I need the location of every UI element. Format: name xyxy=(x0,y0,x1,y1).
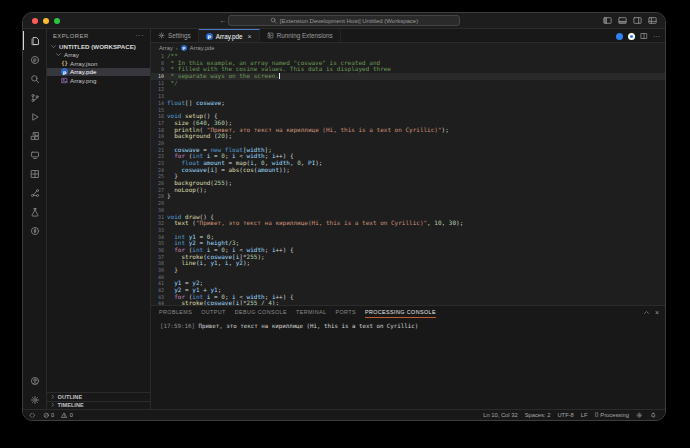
code-line-19[interactable]: 19 background (20); xyxy=(151,133,665,140)
command-center[interactable]: [Extension Development Host] Untitled (W… xyxy=(228,15,460,26)
status-errors-count[interactable]: 0 xyxy=(43,412,55,419)
panel-tab-problems[interactable]: PROBLEMS xyxy=(159,306,192,318)
status-encoding[interactable]: UTF-8 xyxy=(557,412,573,418)
window-title: [Extension Development Host] Untitled (W… xyxy=(280,18,418,24)
code-line-39[interactable]: 39 } xyxy=(151,267,665,274)
line-content: */ xyxy=(167,80,178,87)
activity-testing[interactable] xyxy=(23,202,47,221)
activity-source-control[interactable] xyxy=(23,88,47,107)
activity-lightning[interactable] xyxy=(23,221,47,240)
line-content: noLoop(); xyxy=(167,187,207,194)
workspace-root[interactable]: UNTITLED (WORKSPACE) xyxy=(47,42,150,51)
code-line-33[interactable]: 33 xyxy=(151,227,665,234)
panel-tab-output[interactable]: OUTPUT xyxy=(201,306,226,318)
panel-tab-processing-console[interactable]: PROCESSING CONSOLE xyxy=(365,306,436,318)
code-editor[interactable]: 1/**8 * In this example, an array named … xyxy=(151,52,665,305)
customize-layout-icon[interactable] xyxy=(648,16,657,25)
line-number: 16 xyxy=(151,113,167,120)
split-editor-icon[interactable] xyxy=(640,32,648,40)
line-number: 24 xyxy=(151,167,167,174)
toggle-primary-sidebar-icon[interactable] xyxy=(603,16,612,25)
line-number: 39 xyxy=(151,267,167,274)
code-line-41[interactable]: 41 y1 = y2; xyxy=(151,280,665,287)
code-line-14[interactable]: 14float[] coswave; xyxy=(151,100,665,107)
breadcrumb-folder[interactable]: Array xyxy=(159,45,173,51)
editor-actions: ··· xyxy=(616,29,660,43)
code-line-27[interactable]: 27 noLoop(); xyxy=(151,187,665,194)
code-line-40[interactable]: 40 xyxy=(151,274,665,281)
code-line-12[interactable]: 12 xyxy=(151,86,665,93)
editor-tab-bar: SettingspArray.pde×Running Extensions ··… xyxy=(151,29,665,43)
processing-run-icon[interactable] xyxy=(616,33,623,40)
activity-references[interactable] xyxy=(23,183,47,202)
tab-array-pde[interactable]: pArray.pde× xyxy=(199,29,260,42)
chevron-right-icon xyxy=(50,402,56,408)
timeline-section[interactable]: TIMELINE xyxy=(47,401,150,410)
window-controls xyxy=(23,18,60,24)
line-number: 14 xyxy=(151,100,167,107)
file-array-json[interactable]: {}Array.json xyxy=(47,59,150,68)
status-indentation[interactable]: Spaces: 2 xyxy=(525,412,551,418)
more-actions-icon[interactable]: ··· xyxy=(653,33,660,40)
editor-group: SettingspArray.pde×Running Extensions ··… xyxy=(151,29,665,409)
tab-running-extensions[interactable]: Running Extensions xyxy=(260,29,341,42)
explorer-sidebar: EXPLORER ··· UNTITLED (WORKSPACE) Array … xyxy=(47,29,151,409)
status-notifications-bell[interactable] xyxy=(650,412,657,419)
status-language-mode[interactable]: {}Processing xyxy=(595,412,629,418)
activity-extensions[interactable] xyxy=(23,126,47,145)
code-line-28[interactable]: 28} xyxy=(151,193,665,200)
tab-label: Array.pde xyxy=(216,33,243,40)
line-number: 21 xyxy=(151,147,167,154)
panel-tab-ports[interactable]: PORTS xyxy=(335,306,355,318)
line-content: } xyxy=(167,267,178,274)
processing-stop-icon[interactable] xyxy=(628,33,635,40)
line-number: 13 xyxy=(151,93,167,100)
line-number: 40 xyxy=(151,274,167,281)
code-line-26[interactable]: 26 background(255); xyxy=(151,180,665,187)
breadcrumb-file[interactable]: Array.pde xyxy=(190,45,215,51)
activity-explorer[interactable] xyxy=(23,31,47,50)
status-eol[interactable]: LF xyxy=(581,412,588,418)
code-line-32[interactable]: 32 text ("Привет, это текст на кириллице… xyxy=(151,220,665,227)
close-panel-icon[interactable]: × xyxy=(655,309,659,316)
maximize-panel-icon[interactable] xyxy=(643,309,650,316)
activity-account[interactable] xyxy=(23,371,47,390)
activity-settings-gear[interactable] xyxy=(23,390,47,409)
minimize-window-button[interactable] xyxy=(43,18,49,24)
code-line-30[interactable]: 30 xyxy=(151,207,665,214)
file-array-pde[interactable]: pArray.pde xyxy=(47,68,150,77)
search-icon xyxy=(270,17,277,24)
code-line-10[interactable]: 10 * separate ways on the screen. xyxy=(151,73,665,80)
close-window-button[interactable] xyxy=(32,18,38,24)
zoom-window-button[interactable] xyxy=(54,18,60,24)
activity-run-debug[interactable] xyxy=(23,107,47,126)
explorer-more-actions[interactable]: ··· xyxy=(136,32,145,39)
toggle-secondary-sidebar-icon[interactable] xyxy=(633,16,642,25)
tab-settings[interactable]: Settings xyxy=(151,29,199,42)
code-line-29[interactable]: 29 xyxy=(151,200,665,207)
outline-section[interactable]: OUTLINE xyxy=(47,392,150,401)
code-line-38[interactable]: 38 line(i, y1, i, y2); xyxy=(151,260,665,267)
navigate-back-icon[interactable]: ← xyxy=(219,17,227,25)
code-line-15[interactable]: 15 xyxy=(151,107,665,114)
activity-remote-explorer[interactable] xyxy=(23,145,47,164)
status-warnings-count[interactable]: 0 xyxy=(61,412,73,419)
close-tab-icon[interactable]: × xyxy=(248,33,252,40)
code-line-24[interactable]: 24 coswave[i] = abs(cos(amount)); xyxy=(151,167,665,174)
file-array-png[interactable]: Array.png xyxy=(47,76,150,85)
panel-tab-terminal[interactable]: TERMINAL xyxy=(296,306,326,318)
status-cursor-position[interactable]: Ln 10, Col 32 xyxy=(483,412,517,418)
activity-search[interactable] xyxy=(23,69,47,88)
activity-grid[interactable] xyxy=(23,164,47,183)
status-remote-indicator[interactable] xyxy=(29,412,36,419)
code-line-13[interactable]: 13 xyxy=(151,93,665,100)
panel-tab-debug-console[interactable]: DEBUG CONSOLE xyxy=(235,306,287,318)
processing-console-output: [17:59:16] Привет, это текст на кириллиц… xyxy=(151,318,665,409)
status-label: Spaces: 2 xyxy=(525,412,551,418)
line-content: float[] coswave; xyxy=(167,100,225,107)
toggle-panel-icon[interactable] xyxy=(618,16,627,25)
status-processing-gear[interactable] xyxy=(636,412,643,419)
code-line-11[interactable]: 11 */ xyxy=(151,80,665,87)
folder-array[interactable]: Array xyxy=(47,51,150,60)
activity-processing[interactable] xyxy=(23,50,47,69)
